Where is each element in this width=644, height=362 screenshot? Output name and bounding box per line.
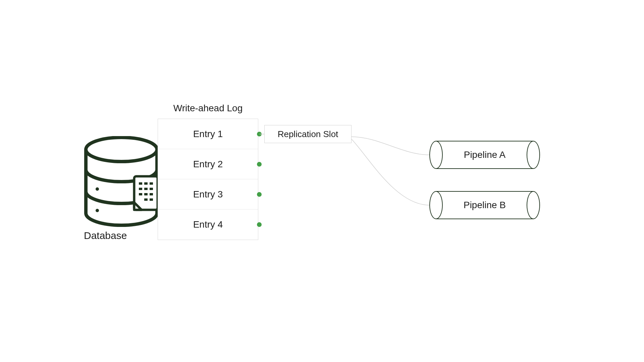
pipeline-b: Pipeline B	[429, 191, 540, 219]
svg-point-1	[96, 187, 99, 191]
wal-box: Entry 1 Entry 2 Entry 3 Entry 4	[158, 119, 258, 240]
wal-entry: Entry 4	[158, 209, 258, 240]
dot-icon	[257, 222, 262, 227]
dot-icon	[257, 162, 262, 167]
wal-entry-label: Entry 3	[193, 189, 223, 200]
svg-rect-13	[144, 198, 148, 201]
pipeline-label: Pipeline B	[429, 191, 540, 219]
svg-point-2	[96, 209, 99, 212]
wal-entry: Entry 3	[158, 179, 258, 209]
dot-icon	[257, 192, 262, 197]
svg-rect-8	[144, 188, 148, 190]
dot-icon	[257, 132, 262, 136]
wal-title: Write-ahead Log	[158, 103, 258, 114]
pipeline-label: Pipeline A	[429, 141, 540, 169]
database-icon	[84, 136, 159, 237]
svg-rect-10	[139, 193, 142, 195]
svg-rect-14	[150, 198, 153, 201]
wal-entry-label: Entry 4	[193, 219, 223, 230]
svg-rect-6	[150, 182, 153, 185]
svg-rect-12	[150, 193, 153, 195]
wal-entry-label: Entry 2	[193, 159, 223, 170]
replication-slot-box: Replication Slot	[264, 125, 352, 143]
pipeline-a: Pipeline A	[429, 141, 540, 169]
svg-rect-11	[144, 193, 148, 195]
svg-point-0	[86, 137, 157, 162]
wal-entry: Entry 2	[158, 149, 258, 179]
svg-rect-7	[139, 188, 142, 190]
svg-rect-5	[144, 182, 148, 185]
wal-entry: Entry 1	[158, 119, 258, 149]
database-label: Database	[84, 230, 164, 241]
svg-rect-4	[139, 182, 142, 185]
wal-entry-label: Entry 1	[193, 129, 223, 139]
svg-rect-9	[150, 188, 153, 190]
diagram-stage: Database Write-ahead Log Entry 1 Entry 2…	[0, 0, 644, 362]
replication-slot-label: Replication Slot	[278, 129, 338, 139]
